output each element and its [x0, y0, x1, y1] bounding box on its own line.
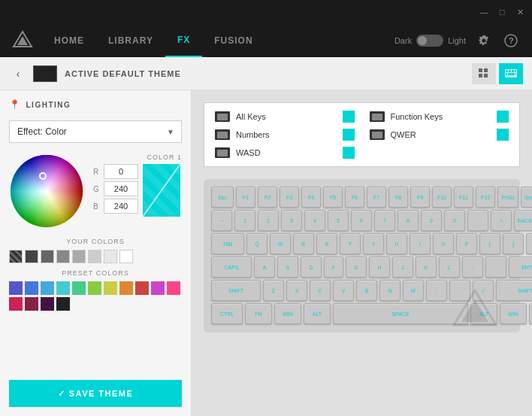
key-5-1-5[interactable]: 5	[328, 210, 349, 231]
key-_-1-0[interactable]: ~	[211, 210, 232, 231]
help-icon[interactable]: ?	[502, 32, 520, 50]
preset-swatch-3[interactable]	[56, 281, 70, 295]
save-theme-button[interactable]: ✓ SAVE THEME	[9, 380, 182, 407]
key-r-2-4[interactable]: R	[316, 233, 337, 254]
key-group-numbers[interactable]: Numbers	[215, 129, 355, 141]
preset-swatch-14[interactable]	[56, 297, 70, 311]
key-f3-0-3[interactable]: F3	[280, 187, 299, 208]
toggle-track[interactable]	[416, 35, 443, 47]
preset-swatch-2[interactable]	[41, 281, 54, 295]
key-group-all-keys[interactable]: All Keys	[215, 111, 355, 123]
key-_-1-12[interactable]: =	[491, 210, 512, 231]
key-u-2-7[interactable]: U	[386, 233, 407, 254]
your-color-swatch-1[interactable]	[25, 250, 38, 263]
numbers-color[interactable]	[343, 129, 355, 141]
preset-swatch-13[interactable]	[41, 297, 54, 311]
preset-swatch-7[interactable]	[119, 281, 133, 295]
key-x-4-2[interactable]: X	[286, 280, 307, 301]
key-p-2-10[interactable]: P	[456, 233, 477, 254]
keyboard-view-button[interactable]	[499, 63, 523, 84]
preset-swatch-8[interactable]	[135, 281, 149, 295]
preset-swatch-10[interactable]	[167, 281, 180, 295]
nav-fusion[interactable]: FUSION	[202, 24, 264, 57]
key-fn-5-1[interactable]: FN	[245, 303, 272, 324]
key-4-1-4[interactable]: 4	[304, 210, 325, 231]
key-z-4-1[interactable]: Z	[263, 280, 284, 301]
your-color-swatch-6[interactable]	[104, 250, 117, 263]
your-color-swatch-5[interactable]	[88, 250, 101, 263]
your-color-swatch-0[interactable]	[9, 250, 23, 263]
function-keys-color[interactable]	[497, 111, 509, 123]
key-3-1-3[interactable]: 3	[281, 210, 302, 231]
key-y-2-6[interactable]: Y	[363, 233, 384, 254]
b-input[interactable]	[104, 199, 138, 214]
key-f7-0-7[interactable]: F7	[367, 187, 386, 208]
nav-fx[interactable]: FX	[165, 24, 202, 57]
effect-dropdown[interactable]: Effect: Color	[9, 120, 182, 143]
key-_-1-11[interactable]: -	[467, 210, 488, 231]
key-f11-0-11[interactable]: F11	[454, 187, 473, 208]
preset-swatch-11[interactable]	[9, 297, 23, 311]
key-8-1-8[interactable]: 8	[397, 210, 419, 231]
key-group-wasd[interactable]: WASD	[215, 147, 355, 159]
r-input[interactable]	[104, 164, 138, 179]
key-_-2-11[interactable]: [	[479, 233, 500, 254]
key-win-5-2[interactable]: WIN	[274, 303, 301, 324]
key-win-5-6[interactable]: WIN	[500, 303, 527, 324]
key-f1-0-1[interactable]: F1	[236, 187, 255, 208]
key-t-2-5[interactable]: T	[340, 233, 361, 254]
dark-light-toggle[interactable]: Dark Light	[394, 35, 466, 47]
preset-swatch-12[interactable]	[25, 297, 38, 311]
preset-swatch-5[interactable]	[88, 281, 101, 295]
key-q-2-1[interactable]: Q	[246, 233, 268, 254]
key-backspace-1-13[interactable]: BACKSPACE	[514, 210, 532, 231]
key-m-4-7[interactable]: M	[403, 280, 424, 301]
key-7-1-7[interactable]: 7	[374, 210, 395, 231]
back-button[interactable]: ‹	[9, 65, 27, 83]
key-f-3-4[interactable]: F	[324, 257, 343, 278]
key-l-3-9[interactable]: L	[439, 257, 460, 278]
key-9-1-9[interactable]: 9	[421, 210, 442, 231]
key-a-3-1[interactable]: A	[254, 257, 275, 278]
key-shift-4-11[interactable]: SHIFT	[496, 280, 532, 301]
key-f4-0-4[interactable]: F4	[301, 187, 321, 208]
key-d-3-3[interactable]: D	[301, 257, 322, 278]
key-f10-0-10[interactable]: F10	[432, 187, 452, 208]
preset-swatch-6[interactable]	[104, 281, 117, 295]
key-_-2-13[interactable]: \	[526, 233, 532, 254]
key-f8-0-8[interactable]: F8	[388, 187, 408, 208]
minimize-button[interactable]: —	[478, 6, 490, 18]
preset-swatch-9[interactable]	[151, 281, 165, 295]
key-i-2-8[interactable]: I	[410, 233, 431, 254]
g-input[interactable]	[104, 181, 138, 196]
key-ctrl-5-0[interactable]: CTRL	[211, 303, 243, 324]
key-tab-2-0[interactable]: TAB	[211, 233, 244, 254]
key-f5-0-5[interactable]: F5	[323, 187, 343, 208]
your-color-swatch-7[interactable]	[119, 250, 133, 263]
close-button[interactable]: ✕	[514, 6, 526, 18]
preset-swatch-4[interactable]	[72, 281, 86, 295]
key-f6-0-6[interactable]: F6	[345, 187, 364, 208]
nav-home[interactable]: HOME	[42, 24, 96, 57]
grid-view-button[interactable]	[472, 63, 496, 84]
key-h-3-6[interactable]: H	[369, 257, 390, 278]
preset-swatch-1[interactable]	[25, 281, 38, 295]
key-6-1-6[interactable]: 6	[351, 210, 372, 231]
your-color-swatch-2[interactable]	[41, 250, 54, 263]
wasd-color[interactable]	[343, 147, 355, 159]
key-alt-5-3[interactable]: ALT	[304, 303, 331, 324]
key-f2-0-2[interactable]: F2	[258, 187, 277, 208]
key-space-5-4[interactable]: SPACE	[333, 303, 468, 324]
key-scrlk-0-14[interactable]: ScrLk	[521, 187, 532, 208]
key-esc-0-0[interactable]: Esc	[211, 187, 234, 208]
your-color-swatch-4[interactable]	[72, 250, 86, 263]
key-_-3-10[interactable]: ;	[462, 257, 483, 278]
key-b-4-5[interactable]: B	[356, 280, 377, 301]
key-k-3-8[interactable]: K	[416, 257, 437, 278]
maximize-button[interactable]: □	[496, 6, 508, 18]
key-f9-0-9[interactable]: F9	[410, 187, 430, 208]
key-2-1-2[interactable]: 2	[258, 210, 279, 231]
qwer-color[interactable]	[497, 129, 509, 141]
key-j-3-7[interactable]: J	[392, 257, 413, 278]
settings-icon[interactable]	[475, 32, 493, 50]
